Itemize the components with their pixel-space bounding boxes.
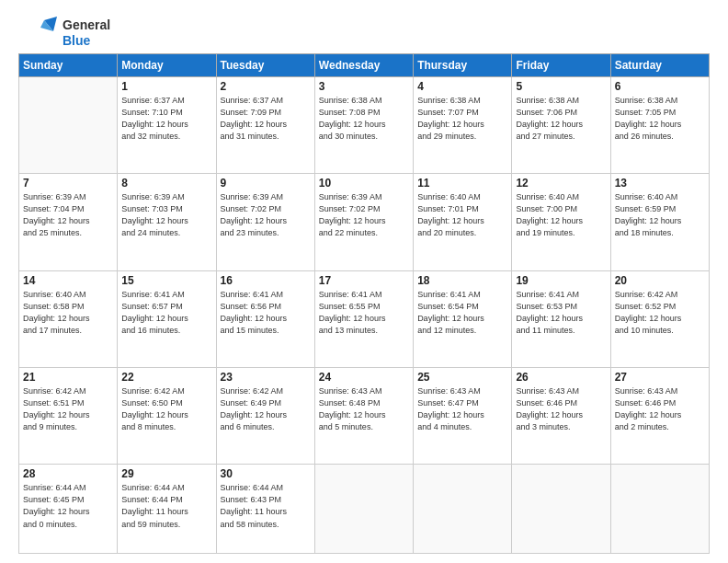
day-number: 21 — [23, 371, 113, 384]
calendar-cell: 17Sunrise: 6:41 AMSunset: 6:55 PMDayligh… — [314, 270, 413, 367]
day-number: 19 — [516, 274, 606, 287]
day-number: 16 — [221, 274, 311, 287]
day-number: 25 — [417, 371, 507, 384]
calendar-cell: 9Sunrise: 6:39 AMSunset: 7:02 PMDaylight… — [216, 174, 314, 270]
calendar-cell: 28Sunrise: 6:44 AMSunset: 6:45 PMDayligh… — [19, 465, 118, 554]
day-number: 22 — [121, 371, 211, 384]
calendar-cell: 26Sunrise: 6:43 AMSunset: 6:46 PMDayligh… — [512, 368, 610, 465]
calendar-cell: 24Sunrise: 6:43 AMSunset: 6:48 PMDayligh… — [314, 368, 413, 465]
day-number: 18 — [417, 274, 507, 287]
calendar-cell: 23Sunrise: 6:42 AMSunset: 6:49 PMDayligh… — [216, 368, 314, 465]
day-info: Sunrise: 6:38 AMSunset: 7:05 PMDaylight:… — [615, 95, 705, 143]
day-info: Sunrise: 6:42 AMSunset: 6:52 PMDaylight:… — [615, 289, 705, 337]
day-info: Sunrise: 6:41 AMSunset: 6:57 PMDaylight:… — [121, 289, 211, 337]
day-info: Sunrise: 6:41 AMSunset: 6:56 PMDaylight:… — [221, 289, 311, 337]
day-number: 26 — [516, 371, 606, 384]
day-number: 7 — [23, 177, 113, 190]
weekday-header-friday: Friday — [512, 54, 610, 77]
day-number: 9 — [221, 177, 311, 190]
day-number: 24 — [319, 371, 409, 384]
calendar-cell: 4Sunrise: 6:38 AMSunset: 7:07 PMDaylight… — [414, 77, 512, 174]
calendar-cell: 11Sunrise: 6:40 AMSunset: 7:01 PMDayligh… — [414, 174, 512, 270]
day-info: Sunrise: 6:39 AMSunset: 7:03 PMDaylight:… — [121, 191, 211, 239]
day-info: Sunrise: 6:43 AMSunset: 6:46 PMDaylight:… — [615, 385, 705, 433]
day-info: Sunrise: 6:38 AMSunset: 7:08 PMDaylight:… — [319, 95, 409, 143]
day-info: Sunrise: 6:44 AMSunset: 6:45 PMDaylight:… — [23, 482, 113, 530]
day-number: 12 — [516, 177, 606, 190]
day-number: 29 — [121, 467, 211, 480]
day-number: 13 — [615, 177, 705, 190]
day-info: Sunrise: 6:37 AMSunset: 7:10 PMDaylight:… — [121, 95, 211, 143]
calendar-cell — [512, 465, 610, 554]
calendar-cell: 30Sunrise: 6:44 AMSunset: 6:43 PMDayligh… — [216, 465, 314, 554]
calendar-cell: 14Sunrise: 6:40 AMSunset: 6:58 PMDayligh… — [19, 270, 118, 367]
calendar-cell: 12Sunrise: 6:40 AMSunset: 7:00 PMDayligh… — [512, 174, 610, 270]
calendar-cell: 29Sunrise: 6:44 AMSunset: 6:44 PMDayligh… — [118, 465, 216, 554]
day-info: Sunrise: 6:40 AMSunset: 6:59 PMDaylight:… — [615, 191, 705, 239]
weekday-header-monday: Monday — [118, 54, 216, 77]
day-info: Sunrise: 6:42 AMSunset: 6:50 PMDaylight:… — [121, 385, 211, 433]
calendar-cell: 18Sunrise: 6:41 AMSunset: 6:54 PMDayligh… — [414, 270, 512, 367]
page: GeneralBlue SundayMondayTuesdayWednesday… — [0, 0, 728, 563]
day-info: Sunrise: 6:41 AMSunset: 6:54 PMDaylight:… — [417, 289, 507, 337]
calendar-cell — [19, 77, 118, 174]
calendar-cell: 13Sunrise: 6:40 AMSunset: 6:59 PMDayligh… — [610, 174, 709, 270]
day-info: Sunrise: 6:39 AMSunset: 7:04 PMDaylight:… — [23, 191, 113, 239]
calendar-cell: 2Sunrise: 6:37 AMSunset: 7:09 PMDaylight… — [216, 77, 314, 174]
calendar-cell: 19Sunrise: 6:41 AMSunset: 6:53 PMDayligh… — [512, 270, 610, 367]
calendar-cell: 6Sunrise: 6:38 AMSunset: 7:05 PMDaylight… — [610, 77, 709, 174]
day-info: Sunrise: 6:41 AMSunset: 6:53 PMDaylight:… — [516, 289, 606, 337]
day-info: Sunrise: 6:40 AMSunset: 7:01 PMDaylight:… — [417, 191, 507, 239]
day-info: Sunrise: 6:41 AMSunset: 6:55 PMDaylight:… — [319, 289, 409, 337]
calendar-cell: 15Sunrise: 6:41 AMSunset: 6:57 PMDayligh… — [118, 270, 216, 367]
day-number: 4 — [417, 80, 507, 93]
calendar-cell: 21Sunrise: 6:42 AMSunset: 6:51 PMDayligh… — [19, 368, 118, 465]
calendar-cell — [314, 465, 413, 554]
day-info: Sunrise: 6:39 AMSunset: 7:02 PMDaylight:… — [319, 191, 409, 239]
day-number: 14 — [23, 274, 113, 287]
day-info: Sunrise: 6:44 AMSunset: 6:44 PMDaylight:… — [121, 482, 211, 530]
day-info: Sunrise: 6:37 AMSunset: 7:09 PMDaylight:… — [221, 95, 311, 143]
day-info: Sunrise: 6:42 AMSunset: 6:51 PMDaylight:… — [23, 385, 113, 433]
day-number: 1 — [121, 80, 211, 93]
calendar-table: SundayMondayTuesdayWednesdayThursdayFrid… — [18, 53, 710, 554]
day-number: 17 — [319, 274, 409, 287]
logo-blue: Blue — [63, 33, 110, 49]
weekday-header-sunday: Sunday — [19, 54, 118, 77]
calendar-cell: 22Sunrise: 6:42 AMSunset: 6:50 PMDayligh… — [118, 368, 216, 465]
logo-area: GeneralBlue — [18, 17, 110, 50]
day-info: Sunrise: 6:43 AMSunset: 6:47 PMDaylight:… — [417, 385, 507, 433]
weekday-header-tuesday: Tuesday — [216, 54, 314, 77]
day-info: Sunrise: 6:39 AMSunset: 7:02 PMDaylight:… — [221, 191, 311, 239]
day-info: Sunrise: 6:43 AMSunset: 6:46 PMDaylight:… — [516, 385, 606, 433]
logo-general: General — [63, 17, 110, 33]
day-number: 3 — [319, 80, 409, 93]
day-number: 23 — [221, 371, 311, 384]
day-number: 30 — [221, 467, 311, 480]
calendar-cell: 27Sunrise: 6:43 AMSunset: 6:46 PMDayligh… — [610, 368, 709, 465]
day-number: 2 — [221, 80, 311, 93]
day-info: Sunrise: 6:43 AMSunset: 6:48 PMDaylight:… — [319, 385, 409, 433]
generalblue-logo-icon — [18, 17, 57, 50]
weekday-header-row: SundayMondayTuesdayWednesdayThursdayFrid… — [19, 54, 710, 77]
calendar-cell: 3Sunrise: 6:38 AMSunset: 7:08 PMDaylight… — [314, 77, 413, 174]
header: GeneralBlue — [18, 17, 710, 50]
day-number: 28 — [23, 467, 113, 480]
day-number: 10 — [319, 177, 409, 190]
weekday-header-wednesday: Wednesday — [314, 54, 413, 77]
day-info: Sunrise: 6:44 AMSunset: 6:43 PMDaylight:… — [221, 482, 311, 530]
day-info: Sunrise: 6:40 AMSunset: 6:58 PMDaylight:… — [23, 289, 113, 337]
weekday-header-thursday: Thursday — [414, 54, 512, 77]
calendar-cell: 25Sunrise: 6:43 AMSunset: 6:47 PMDayligh… — [414, 368, 512, 465]
day-info: Sunrise: 6:40 AMSunset: 7:00 PMDaylight:… — [516, 191, 606, 239]
day-info: Sunrise: 6:38 AMSunset: 7:06 PMDaylight:… — [516, 95, 606, 143]
calendar-cell: 16Sunrise: 6:41 AMSunset: 6:56 PMDayligh… — [216, 270, 314, 367]
day-number: 27 — [615, 371, 705, 384]
day-info: Sunrise: 6:38 AMSunset: 7:07 PMDaylight:… — [417, 95, 507, 143]
calendar-cell: 8Sunrise: 6:39 AMSunset: 7:03 PMDaylight… — [118, 174, 216, 270]
calendar-cell: 20Sunrise: 6:42 AMSunset: 6:52 PMDayligh… — [610, 270, 709, 367]
weekday-header-saturday: Saturday — [610, 54, 709, 77]
day-number: 15 — [121, 274, 211, 287]
day-number: 11 — [417, 177, 507, 190]
calendar-cell: 10Sunrise: 6:39 AMSunset: 7:02 PMDayligh… — [314, 174, 413, 270]
